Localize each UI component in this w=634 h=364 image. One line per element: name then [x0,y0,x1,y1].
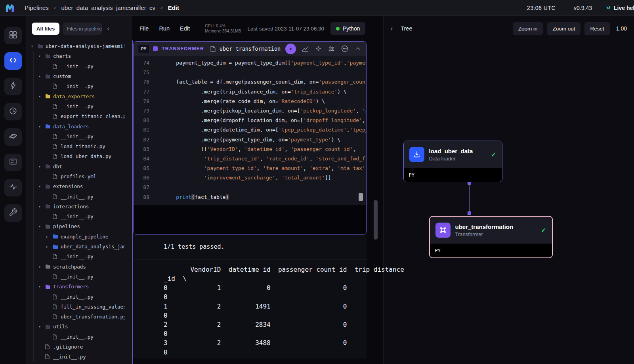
file-tree-folder[interactable]: ▾utils [26,322,132,332]
tree-item-label: extensions [53,183,83,189]
sparkle-ai-button[interactable] [315,45,322,53]
code-line: 88 print(fact_table) [134,192,366,202]
node-uber-transformation[interactable]: uber_transformation Transformer ✓ PY [429,216,553,258]
panel-divider[interactable] [132,40,133,364]
file-tree-folder[interactable]: ▾custom [26,71,132,81]
folder-icon [45,284,53,289]
expand-panel-icon[interactable]: › [391,25,393,32]
menu-edit[interactable]: Edit [180,25,190,32]
file-icon [53,84,61,89]
tab-all-files[interactable]: All files [32,23,59,35]
file-tree-folder[interactable]: ▾extensions [26,181,132,191]
file-tree-file[interactable]: __init__.py [26,131,132,141]
file-tree-file[interactable]: __init__.py [26,61,132,71]
file-tree-folder[interactable]: ▾data_exporters [26,91,132,101]
file-tree-folder[interactable]: ▾charts [26,51,132,61]
code-line: 77 .merge(trip_distance_dim, on='trip_di… [134,87,366,97]
file-tree-folder[interactable]: ▾transformers [26,282,132,292]
reset-zoom-button[interactable]: Reset [584,22,609,35]
file-tree-file[interactable]: __init__.py [26,191,132,201]
pipeline-graph-canvas[interactable]: load_uber_data Data loader ✓ PY uber_tra… [384,41,634,364]
folder-icon [45,164,53,169]
more-options-button[interactable] [341,45,349,53]
file-tree-folder[interactable]: ▾interactions [26,202,132,212]
indent-guide [31,242,38,252]
collapse-block-button[interactable] [354,45,361,52]
rail-monitoring-button[interactable] [4,179,22,196]
code-line: 75 [134,68,366,77]
tree-item-label: transformers [53,284,89,290]
indent-guide [38,212,46,221]
chevron-down-icon: ▾ [38,224,45,229]
file-tree-folder[interactable]: ▸uber_data_analysis_jamesmiller_cv [26,242,132,252]
indent-guide [31,312,38,322]
file-tree-folder[interactable]: ▾uber-data-analysis-jamesmiller-cv [26,41,132,51]
code-empty-area [134,205,366,234]
run-block-button[interactable] [285,44,296,54]
block-output-table: VendorID datetime_id passenger_count_id … [133,259,367,358]
file-tree-folder[interactable]: ▾pipelines [26,221,132,231]
folder-icon [45,324,53,329]
indent-guide [38,61,46,71]
file-tree-file[interactable]: __init__.py [26,352,132,362]
live-help-link[interactable]: Live help [605,4,634,11]
file-tree-file[interactable]: load_titanic.py [26,141,132,151]
file-tree-file[interactable]: load_uber_data.py [26,151,132,161]
code-editor[interactable]: 74 payment_type_dim = payment_type_dim[[… [134,56,366,205]
menu-file[interactable]: File [139,25,149,32]
file-tree-file[interactable]: __init__.py [26,292,132,301]
rail-settings-button[interactable] [4,204,22,222]
menu-run[interactable]: Run [159,25,170,32]
zoom-out-button[interactable]: Zoom out [547,22,581,35]
file-tree-folder[interactable]: ▾scratchpads [26,262,132,272]
code-line: 78 .merge(rate_code_dim, on='RatecodeID'… [134,97,366,106]
code-line: 76 fact_table = df.merge(passenger_count… [134,77,366,87]
file-tree-folder[interactable]: ▾dbt [26,162,132,172]
chevron-down-icon: ▾ [38,184,45,189]
settings-sliders-button[interactable] [328,45,335,53]
file-tree-file[interactable]: uber_transformation.py [26,312,132,322]
rail-editor-button[interactable] [4,52,22,70]
file-tree-file[interactable]: fill_in_missing_values.py [26,302,132,312]
line-number: 86 [134,173,164,183]
rail-global-data-products-button[interactable] [4,128,22,146]
file-tree-file[interactable]: .gitignore [26,342,132,352]
file-tree-file[interactable]: export_titanic_clean.py [26,111,132,121]
file-tree-file[interactable]: __init__.py [26,272,132,282]
file-tree-file[interactable]: __init__.py [26,101,132,111]
mage-logo-icon[interactable] [5,3,15,13]
file-tree-file[interactable]: __init__.py [26,81,132,91]
tree-item-label: charts [53,53,71,59]
rail-overview-button[interactable] [4,27,22,44]
indent-guide [38,172,46,181]
file-tree-file[interactable]: __init__.py [26,332,132,342]
breadcrumb-pipelines[interactable]: Pipelines [25,4,49,11]
zoom-in-button[interactable]: Zoom in [513,22,543,35]
rail-triggers-button[interactable] [4,78,22,95]
file-tree-folder[interactable]: ▸example_pipeline [26,232,132,242]
tab-files-in-pipeline[interactable]: Files in pipeline [63,23,102,35]
indent-guide [31,292,38,301]
kernel-selector[interactable]: Python [330,22,366,35]
rail-templates-button[interactable] [4,154,22,171]
chevron-down-icon: ▾ [38,324,45,329]
editor-scrollbar-thumb[interactable] [374,200,378,240]
file-tree-folder[interactable]: ▾data_loaders [26,121,132,131]
pulse-icon [9,183,17,193]
node-load-uber-data[interactable]: load_uber_data Data loader ✓ PY [403,141,502,182]
indent-guide [31,262,38,272]
rail-runs-button[interactable] [4,103,22,120]
file-tree-file[interactable]: __init__.py [26,252,132,261]
chart-button[interactable] [302,45,309,53]
collapse-panel-icon[interactable]: ‹ [105,25,111,32]
breadcrumb-pipeline-name[interactable]: uber_data_analysis_jamesmiller_cv [61,4,155,11]
node-subtitle: Transformer [455,231,514,237]
file-icon [53,134,61,139]
chevron-down-icon: ▾ [38,265,45,269]
file-tree-file[interactable]: profiles.yml [26,172,132,181]
file-icon [53,304,61,309]
file-tree-file[interactable]: __init__.py [26,212,132,221]
kernel-status-dot [336,27,340,30]
file-icon [53,114,61,119]
indent-guide [31,202,38,212]
